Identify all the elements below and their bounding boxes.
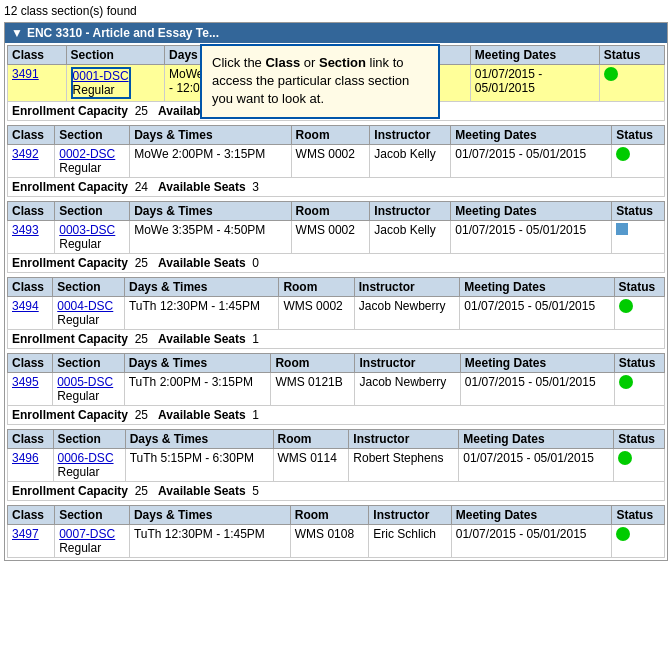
section-type: Regular: [57, 389, 99, 403]
course-title: ENC 3310 - Article and Essay Te...: [27, 26, 219, 40]
tooltip-text-before: Click the: [212, 55, 265, 70]
cell-meeting-dates: 01/07/2015 - 05/01/2015: [459, 449, 614, 482]
table-header-row: Class Section Days & Times Room Instruct…: [8, 202, 665, 221]
cell-section: 0007-DSCRegular: [55, 525, 130, 558]
course-header: ▼ ENC 3310 - Article and Essay Te...: [5, 23, 667, 43]
col-meeting-dates: Meeting Dates: [451, 126, 612, 145]
cell-status: [612, 525, 665, 558]
col-instructor: Instructor: [370, 126, 451, 145]
status-icon-green: [604, 67, 618, 81]
col-instructor: Instructor: [355, 354, 460, 373]
cell-section: 0005-DSCRegular: [53, 373, 125, 406]
table-row: 3496 0006-DSCRegular TuTh 5:15PM - 6:30P…: [8, 449, 665, 482]
class-link-3497[interactable]: 3497: [12, 527, 39, 541]
section-type: Regular: [59, 161, 101, 175]
section-link-0005[interactable]: 0005-DSC: [57, 375, 113, 389]
section-outline: 0001-DSC Regular: [71, 67, 131, 99]
cell-class: 3492: [8, 145, 55, 178]
cell-status: [614, 373, 664, 406]
col-status: Status: [614, 354, 664, 373]
cell-instructor: Eric Schlich: [369, 525, 451, 558]
col-meeting-dates: Meeting Dates: [470, 46, 599, 65]
class-link-3494[interactable]: 3494: [12, 299, 39, 313]
col-status: Status: [612, 202, 665, 221]
cell-class: 3495: [8, 373, 53, 406]
class-link-3492[interactable]: 3492: [12, 147, 39, 161]
col-status: Status: [612, 126, 665, 145]
col-meeting-dates: Meeting Dates: [459, 430, 614, 449]
col-section: Section: [53, 354, 125, 373]
table-row: 3494 0004-DSCRegular TuTh 12:30PM - 1:45…: [8, 297, 665, 330]
section-link-0007[interactable]: 0007-DSC: [59, 527, 115, 541]
cell-section: 0003-DSCRegular: [55, 221, 130, 254]
col-class: Class: [8, 430, 54, 449]
section-type: Regular: [59, 237, 101, 251]
col-days-times: Days & Times: [130, 126, 291, 145]
cell-room: WMS 0108: [290, 525, 369, 558]
enrollment-info: Enrollment Capacity 25 Available Seats 1: [8, 330, 665, 349]
section-table-7: Class Section Days & Times Room Instruct…: [7, 505, 665, 558]
col-section: Section: [53, 430, 125, 449]
enrollment-row: Enrollment Capacity 24 Available Seats 3: [8, 178, 665, 197]
col-status: Status: [612, 506, 665, 525]
tooltip-or: or: [300, 55, 319, 70]
cell-instructor: Jacob Kelly: [370, 221, 451, 254]
section-type: Regular: [59, 541, 101, 555]
col-section: Section: [55, 506, 130, 525]
cell-room: WMS 0121B: [271, 373, 355, 406]
status-icon-blue-square: [616, 223, 628, 235]
section-type: Regular: [73, 83, 115, 97]
col-days-times: Days & Times: [124, 354, 271, 373]
table-header-row: Class Section Days & Times Room Instruct…: [8, 126, 665, 145]
cell-days-times: TuTh 2:00PM - 3:15PM: [124, 373, 271, 406]
status-icon-green: [619, 299, 633, 313]
section-link-0001[interactable]: 0001-DSC: [73, 69, 129, 83]
class-link-3493[interactable]: 3493: [12, 223, 39, 237]
cell-room: WMS 0002: [291, 145, 370, 178]
status-icon-green: [618, 451, 632, 465]
collapse-arrow[interactable]: ▼: [11, 26, 23, 40]
cell-status: [612, 221, 665, 254]
col-room: Room: [291, 126, 370, 145]
cell-days-times: TuTh 5:15PM - 6:30PM: [125, 449, 273, 482]
table-row: 3495 0005-DSCRegular TuTh 2:00PM - 3:15P…: [8, 373, 665, 406]
class-link-3496[interactable]: 3496: [12, 451, 39, 465]
col-days-times: Days & Times: [130, 202, 291, 221]
class-link-3491[interactable]: 3491: [12, 67, 39, 81]
table-header-row: Class Section Days & Times Room Instruct…: [8, 278, 665, 297]
cell-instructor: Jacob Kelly: [370, 145, 451, 178]
table-header-row: Class Section Days & Times Room Instruct…: [8, 354, 665, 373]
cell-days-times: TuTh 12:30PM - 1:45PM: [129, 525, 290, 558]
cell-room: WMS 0002: [279, 297, 354, 330]
cell-meeting-dates: 01/07/2015 - 05/01/2015: [460, 373, 614, 406]
cell-status: [599, 65, 664, 102]
section-table-4: Class Section Days & Times Room Instruct…: [7, 277, 665, 349]
cell-class: 3496: [8, 449, 54, 482]
col-section: Section: [53, 278, 125, 297]
col-meeting-dates: Meeting Dates: [460, 278, 614, 297]
section-table-6: Class Section Days & Times Room Instruct…: [7, 429, 665, 501]
enrollment-row: Enrollment Capacity 25 Available Seats 1: [8, 406, 665, 425]
col-meeting-dates: Meeting Dates: [451, 202, 612, 221]
section-link-0002[interactable]: 0002-DSC: [59, 147, 115, 161]
col-section: Section: [55, 202, 130, 221]
cell-meeting-dates: 01/07/2015 - 05/01/2015: [451, 221, 612, 254]
enrollment-row: Enrollment Capacity 25 Available Seats 1: [8, 330, 665, 349]
tooltip-class-word: Class: [265, 55, 300, 70]
section-link-0006[interactable]: 0006-DSC: [58, 451, 114, 465]
col-status: Status: [614, 430, 665, 449]
cell-status: [612, 145, 665, 178]
col-room: Room: [273, 430, 349, 449]
col-instructor: Instructor: [370, 202, 451, 221]
cell-section: 0001-DSC Regular: [66, 65, 165, 102]
cell-instructor: Robert Stephens: [349, 449, 459, 482]
col-class: Class: [8, 46, 67, 65]
cell-section: 0004-DSCRegular: [53, 297, 125, 330]
class-link-3495[interactable]: 3495: [12, 375, 39, 389]
col-instructor: Instructor: [369, 506, 451, 525]
section-link-0004[interactable]: 0004-DSC: [57, 299, 113, 313]
section-link-0003[interactable]: 0003-DSC: [59, 223, 115, 237]
enrollment-row: Enrollment Capacity 25 Available Seats 0: [8, 254, 665, 273]
status-icon-green: [616, 147, 630, 161]
table-header-row: Class Section Days & Times Room Instruct…: [8, 506, 665, 525]
